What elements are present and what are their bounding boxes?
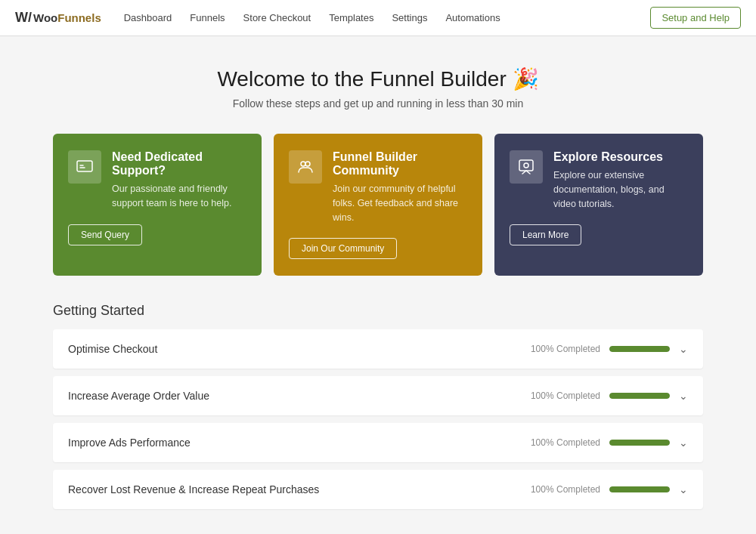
community-card-icon — [289, 150, 322, 184]
nav-link-settings[interactable]: Settings — [392, 9, 427, 26]
accordion-label-0: Optimise Checkout — [68, 343, 157, 355]
resources-card-top: Explore Resources Explore our extensive … — [510, 150, 688, 211]
accordion-item-recover-revenue[interactable]: Recover Lost Revenue & Increase Repeat P… — [53, 470, 703, 509]
progress-bar-1 — [609, 393, 670, 399]
accordion-label-1: Increase Average Order Value — [68, 390, 209, 402]
accordion-label-2: Improve Ads Performance — [68, 437, 191, 449]
chevron-down-icon-3: ⌄ — [679, 483, 688, 495]
svg-point-4 — [524, 163, 528, 168]
progress-bar-2 — [609, 440, 670, 446]
resources-card-text: Explore Resources Explore our extensive … — [553, 150, 688, 211]
navbar: W/ Woo Funnels Dashboard Funnels Store C… — [0, 0, 756, 36]
page-subtitle: Follow these steps and get up and runnin… — [233, 97, 523, 110]
completed-text-2: 100% Completed — [531, 437, 600, 448]
community-card: Funnel Builder Community Join our commun… — [274, 134, 482, 276]
support-card-icon — [68, 150, 101, 184]
nav-link-funnels[interactable]: Funnels — [190, 9, 225, 26]
support-card-title: Need Dedicated Support? — [112, 150, 246, 177]
resources-card-desc: Explore our extensive documentation, blo… — [553, 168, 688, 211]
accordion-label-3: Recover Lost Revenue & Increase Repeat P… — [68, 483, 319, 495]
logo-funnels-text: Funnels — [57, 11, 101, 24]
support-card-desc: Our passionate and friendly support team… — [112, 182, 246, 211]
logo[interactable]: W/ Woo Funnels — [15, 10, 101, 26]
support-card: Need Dedicated Support? Our passionate a… — [53, 134, 262, 276]
logo-woo-text: Woo — [33, 11, 57, 24]
progress-bar-3 — [609, 486, 670, 492]
main-content: Welcome to the Funnel Builder 🎉 Follow t… — [0, 36, 756, 534]
accordion-item-optimise-checkout[interactable]: Optimise Checkout 100% Completed ⌄ — [53, 329, 703, 369]
logo-w-icon: W/ — [15, 10, 32, 26]
progress-fill-3 — [609, 486, 670, 492]
svg-point-1 — [301, 162, 305, 166]
nav-link-templates[interactable]: Templates — [329, 9, 373, 26]
progress-fill-2 — [609, 440, 670, 446]
chevron-down-icon-0: ⌄ — [679, 343, 688, 355]
setup-and-help-button[interactable]: Setup and Help — [650, 7, 741, 29]
accordion-item-improve-ads[interactable]: Improve Ads Performance 100% Completed ⌄ — [53, 423, 703, 462]
nav-link-store-checkout[interactable]: Store Checkout — [243, 9, 311, 26]
community-card-desc: Join our community of helpful folks. Get… — [333, 182, 467, 224]
chevron-down-icon-2: ⌄ — [679, 437, 688, 449]
send-query-button[interactable]: Send Query — [68, 224, 142, 245]
progress-bar-0 — [609, 346, 670, 352]
completed-text-3: 100% Completed — [531, 484, 600, 495]
accordion-right-1: 100% Completed ⌄ — [531, 390, 688, 402]
getting-started-section: Getting Started Optimise Checkout 100% C… — [53, 303, 703, 517]
svg-rect-0 — [77, 161, 92, 171]
accordion-right-0: 100% Completed ⌄ — [531, 343, 688, 355]
join-community-button[interactable]: Join Our Community — [289, 238, 397, 259]
learn-more-button[interactable]: Learn More — [510, 224, 581, 245]
resources-card-icon — [510, 150, 543, 184]
accordion-item-increase-aov[interactable]: Increase Average Order Value 100% Comple… — [53, 376, 703, 415]
resources-card: Explore Resources Explore our extensive … — [494, 134, 703, 276]
accordion-right-3: 100% Completed ⌄ — [531, 483, 688, 495]
chevron-down-icon-1: ⌄ — [679, 390, 688, 402]
nav-links: Dashboard Funnels Store Checkout Templat… — [124, 9, 651, 26]
svg-point-2 — [305, 162, 310, 166]
nav-link-automations[interactable]: Automations — [445, 9, 500, 26]
progress-fill-0 — [609, 346, 670, 352]
support-card-top: Need Dedicated Support? Our passionate a… — [68, 150, 246, 211]
community-card-top: Funnel Builder Community Join our commun… — [289, 150, 467, 224]
resources-card-title: Explore Resources — [553, 150, 688, 164]
community-card-title: Funnel Builder Community — [333, 150, 467, 177]
support-card-text: Need Dedicated Support? Our passionate a… — [112, 150, 246, 211]
progress-fill-1 — [609, 393, 670, 399]
completed-text-1: 100% Completed — [531, 390, 600, 401]
cards-row: Need Dedicated Support? Our passionate a… — [53, 134, 703, 276]
accordion-right-2: 100% Completed ⌄ — [531, 437, 688, 449]
section-title: Getting Started — [53, 303, 703, 319]
community-card-text: Funnel Builder Community Join our commun… — [333, 150, 467, 224]
page-title: Welcome to the Funnel Builder 🎉 — [217, 66, 538, 91]
completed-text-0: 100% Completed — [531, 344, 600, 354]
svg-rect-3 — [519, 160, 533, 171]
nav-link-dashboard[interactable]: Dashboard — [124, 9, 172, 26]
